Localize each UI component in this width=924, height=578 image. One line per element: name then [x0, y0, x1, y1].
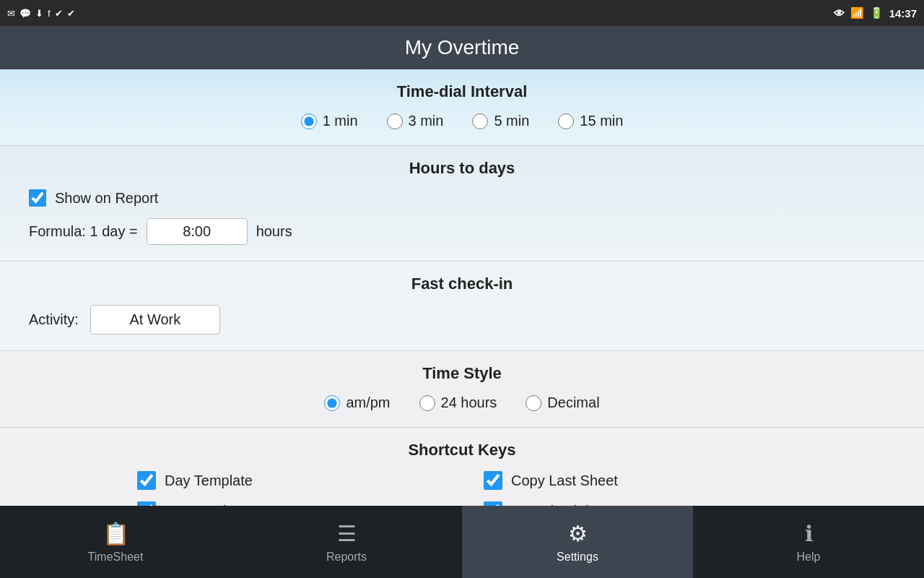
formula-unit-label: hours [256, 223, 292, 240]
status-time: 14:37 [889, 7, 917, 20]
status-right: 👁 📶 🔋 14:37 [834, 7, 917, 20]
shortcut-keys-grid: Day Template Copy Last Sheet My Template… [137, 471, 787, 506]
time-dial-label-5min: 5 min [494, 113, 529, 129]
formula-label: Formula: 1 day = [29, 223, 138, 240]
download-icon: ⬇ [35, 8, 43, 19]
time-dial-radio-1min[interactable] [301, 113, 317, 129]
bottom-nav: 📋 TimeSheet ☰ Reports ⚙ Settings ℹ Help [0, 506, 924, 578]
nav-help-label: Help [797, 551, 821, 564]
hours-to-days-title: Hours to days [29, 159, 895, 178]
show-on-report-checkbox[interactable] [29, 189, 46, 207]
show-on-report-label[interactable]: Show on Report [55, 190, 158, 207]
time-dial-option-1min[interactable]: 1 min [301, 113, 358, 129]
nav-reports[interactable]: ☰ Reports [231, 506, 462, 578]
day-template-label[interactable]: Day Template [165, 473, 253, 489]
formula-input[interactable] [147, 218, 248, 245]
time-dial-label-3min: 3 min [409, 113, 444, 129]
title-bar: My Overtime [0, 26, 924, 69]
time-dial-option-15min[interactable]: 15 min [558, 113, 623, 129]
time-style-decimal[interactable]: Decimal [526, 394, 599, 411]
status-icons-left: ✉ 💬 ⬇ f ✔ ✔ [7, 8, 75, 19]
settings-icon: ⚙ [568, 521, 588, 546]
main-content: Time-dial Interval 1 min 3 min 5 min 15 … [0, 69, 924, 506]
check2-icon: ✔ [67, 8, 75, 19]
nav-help[interactable]: ℹ Help [693, 506, 924, 578]
nav-settings-label: Settings [557, 551, 598, 564]
nav-timesheet-label: TimeSheet [88, 551, 144, 564]
page-title: My Overtime [405, 36, 520, 59]
nav-timesheet[interactable]: 📋 TimeSheet [0, 506, 231, 578]
time-style-radio-decimal[interactable] [526, 395, 541, 411]
time-dial-radio-15min[interactable] [558, 113, 574, 129]
timesheet-icon: 📋 [103, 521, 129, 546]
time-style-24hours[interactable]: 24 hours [419, 394, 497, 411]
time-dial-title: Time-dial Interval [29, 82, 895, 101]
show-on-report-row: Show on Report [29, 189, 895, 207]
time-style-section: Time Style am/pm 24 hours Decimal [0, 351, 924, 428]
time-dial-label-15min: 15 min [580, 113, 623, 129]
time-dial-options: 1 min 3 min 5 min 15 min [29, 113, 895, 129]
help-icon: ℹ [805, 521, 813, 546]
time-style-label-decimal: Decimal [547, 394, 599, 411]
mail-icon: ✉ [7, 8, 15, 19]
copy-last-sheet-label[interactable]: Copy Last Sheet [511, 473, 618, 489]
time-style-options: am/pm 24 hours Decimal [29, 394, 895, 411]
time-dial-option-5min[interactable]: 5 min [472, 113, 529, 129]
nav-settings[interactable]: ⚙ Settings [462, 506, 693, 578]
activity-button[interactable]: At Work [90, 305, 220, 335]
fast-checkin-section: Fast check-in Activity: At Work [0, 262, 924, 351]
activity-label: Activity: [29, 311, 79, 328]
shortcut-keys-title: Shortcut Keys [29, 441, 895, 460]
time-dial-label-1min: 1 min [323, 113, 358, 129]
time-style-radio-ampm[interactable] [324, 395, 340, 411]
nav-reports-label: Reports [326, 551, 367, 564]
sms-icon: 💬 [19, 8, 31, 19]
eye-icon: 👁 [834, 7, 845, 20]
reports-icon: ☰ [337, 521, 357, 546]
time-style-radio-24h[interactable] [419, 395, 435, 411]
activity-row: Activity: At Work [29, 305, 895, 335]
time-style-label-24h: 24 hours [441, 394, 497, 411]
status-bar: ✉ 💬 ⬇ f ✔ ✔ 👁 📶 🔋 14:37 [0, 0, 924, 26]
time-dial-radio-3min[interactable] [387, 113, 403, 129]
shortcut-keys-section: Shortcut Keys Day Template Copy Last She… [0, 428, 924, 506]
time-style-label-ampm: am/pm [346, 394, 390, 411]
battery-icon: 🔋 [870, 7, 884, 20]
check1-icon: ✔ [55, 8, 63, 19]
hours-to-days-section: Hours to days Show on Report Formula: 1 … [0, 146, 924, 262]
time-dial-option-3min[interactable]: 3 min [387, 113, 444, 129]
wifi-icon: 📶 [850, 7, 864, 20]
shortcut-copy-last-sheet: Copy Last Sheet [484, 471, 787, 490]
shortcut-day-template: Day Template [137, 471, 440, 490]
time-style-ampm[interactable]: am/pm [324, 394, 390, 411]
fast-checkin-title: Fast check-in [29, 275, 895, 293]
time-style-title: Time Style [29, 364, 895, 383]
time-dial-radio-5min[interactable] [472, 113, 488, 129]
day-template-checkbox[interactable] [137, 471, 156, 490]
time-dial-section: Time-dial Interval 1 min 3 min 5 min 15 … [0, 69, 924, 146]
formula-row: Formula: 1 day = hours [29, 218, 895, 245]
facebook-icon: f [48, 8, 51, 19]
copy-last-sheet-checkbox[interactable] [484, 471, 502, 490]
